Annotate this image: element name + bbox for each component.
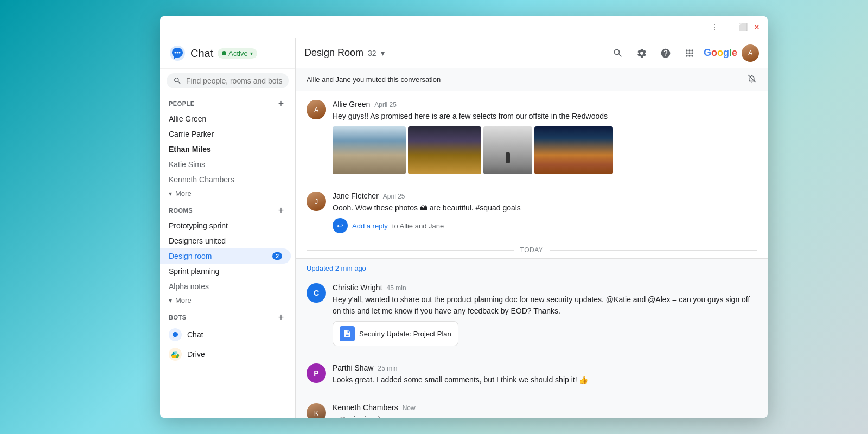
- message-time: 45 min: [387, 284, 406, 292]
- close-button[interactable]: ✕: [752, 23, 761, 31]
- reply-thread: ↩ Add a reply to Allie and Jane: [333, 218, 757, 233]
- sidebar-item-prototyping-sprint[interactable]: Prototyping sprint: [160, 218, 291, 233]
- app-body: Chat Active ▾ PEOPLE + Allie Gr: [160, 38, 768, 418]
- bot-name: Drive: [187, 350, 205, 359]
- add-bot-button[interactable]: +: [276, 312, 286, 323]
- message-author: Allie Green: [333, 100, 370, 108]
- message-content: Parthi Shaw 25 min Looks great. I added …: [333, 363, 757, 386]
- message-time: April 25: [374, 101, 397, 108]
- sidebar-item-kenneth-chambers[interactable]: Kenneth Chambers: [160, 172, 291, 187]
- message-author: Jane Fletcher: [333, 192, 379, 200]
- message-content: Jane Fletcher April 25 Oooh. Wow these p…: [333, 192, 757, 233]
- message-text: Hey guys!! As promised here is are a few…: [333, 111, 757, 122]
- main-content: Design Room 32 ▾: [296, 38, 768, 418]
- sidebar-item-drive-bot[interactable]: Drive: [160, 344, 295, 364]
- member-count: 32: [368, 49, 376, 58]
- muted-message: you muted this conversation: [353, 75, 441, 84]
- room-name: Design Room: [304, 47, 363, 59]
- search-icon: [173, 76, 182, 85]
- reply-link[interactable]: Add a reply: [352, 222, 388, 230]
- sidebar-item-design-room[interactable]: Design room 2: [160, 248, 291, 264]
- more-label: More: [175, 189, 192, 197]
- sidebar: Chat Active ▾ PEOPLE + Allie Gr: [160, 38, 296, 418]
- photo-thumbnail[interactable]: [534, 126, 613, 174]
- bots-section-header: BOTS +: [160, 307, 295, 325]
- avatar: J: [307, 192, 326, 211]
- apps-button[interactable]: [680, 43, 699, 63]
- add-person-button[interactable]: +: [276, 98, 286, 109]
- drive-bot-icon: [169, 348, 182, 361]
- photo-grid: [333, 126, 757, 174]
- file-attachment[interactable]: Secuirty Update: Project Plan: [333, 321, 458, 346]
- sidebar-item-designers-united[interactable]: Designers united: [160, 233, 291, 248]
- sidebar-item-sprint-planning[interactable]: Sprint planning: [160, 264, 291, 279]
- chevron-down-icon: ▾: [169, 190, 172, 197]
- messages-area: Allie and Jane you muted this conversati…: [296, 68, 768, 418]
- rooms-more-button[interactable]: ▾ More: [160, 294, 295, 307]
- sidebar-item-chat-bot[interactable]: Chat: [160, 325, 295, 344]
- person-name: Kenneth Chambers: [169, 175, 234, 184]
- message-time: Now: [403, 404, 416, 412]
- avatar: K: [307, 403, 326, 418]
- sidebar-item-allie-green[interactable]: Allie Green: [160, 111, 291, 126]
- people-more-button[interactable]: ▾ More: [160, 187, 295, 200]
- minimize-button[interactable]: —: [724, 23, 733, 31]
- photo-thumbnail[interactable]: [408, 126, 481, 174]
- active-label: Active: [228, 49, 247, 58]
- reply-icon[interactable]: ↩: [333, 218, 348, 233]
- muted-banner: Allie and Jane you muted this conversati…: [296, 68, 768, 91]
- person-name: Katie Sims: [169, 160, 205, 169]
- add-room-button[interactable]: +: [276, 205, 286, 216]
- divider-line: [307, 250, 514, 251]
- top-bar: Design Room 32 ▾: [296, 38, 768, 68]
- sidebar-title: Chat: [190, 47, 213, 60]
- maximize-button[interactable]: ⬜: [738, 23, 747, 31]
- updated-section: Updated 2 min ago C Christie Wright 45 m…: [296, 258, 768, 418]
- avatar: P: [307, 363, 326, 383]
- active-dot-icon: [222, 51, 226, 55]
- room-dropdown-icon[interactable]: ▾: [381, 49, 385, 58]
- message-group: K Kenneth Chambers Now •• Reviewing it n…: [296, 394, 768, 418]
- message-time: April 25: [383, 193, 405, 200]
- room-name: Sprint planning: [169, 267, 219, 276]
- more-vert-icon[interactable]: ⋮: [710, 23, 719, 31]
- google-logo: G o o g l e: [704, 47, 737, 59]
- message-header: Kenneth Chambers Now: [333, 403, 757, 412]
- divider-text: TODAY: [520, 246, 544, 254]
- message-content: Allie Green April 25 Hey guys!! As promi…: [333, 100, 757, 174]
- message-header: Parthi Shaw 25 min: [333, 363, 757, 372]
- settings-button[interactable]: [632, 43, 652, 63]
- help-button[interactable]: [656, 43, 675, 63]
- message-header: Christie Wright 45 min: [333, 283, 757, 292]
- message-author: Kenneth Chambers: [333, 403, 398, 412]
- message-text: Hey y'all, wanted to share out the produ…: [333, 294, 757, 317]
- room-name: Prototyping sprint: [169, 221, 228, 230]
- sidebar-item-ethan-miles[interactable]: Ethan Miles: [160, 142, 291, 157]
- active-status[interactable]: Active ▾: [218, 48, 257, 59]
- muted-names: Allie and Jane: [307, 75, 351, 84]
- message-content: Kenneth Chambers Now •• Reviewing it now…: [333, 403, 757, 418]
- search-bar[interactable]: [167, 73, 289, 88]
- room-title: Design Room 32 ▾: [304, 47, 385, 59]
- room-name: Designers united: [169, 237, 226, 245]
- mute-bell-icon[interactable]: [747, 74, 757, 85]
- message-content: Christie Wright 45 min Hey y'all, wanted…: [333, 283, 757, 346]
- message-group: C Christie Wright 45 min Hey y'all, want…: [296, 275, 768, 355]
- sidebar-item-katie-sims[interactable]: Katie Sims: [160, 157, 291, 172]
- message-group: J Jane Fletcher April 25 Oooh. Wow these…: [296, 183, 768, 242]
- photo-thumbnail[interactable]: [483, 126, 532, 174]
- search-input[interactable]: [186, 76, 282, 85]
- sidebar-header: Chat Active ▾: [160, 38, 295, 69]
- divider-line: [550, 250, 757, 251]
- photo-thumbnail[interactable]: [333, 126, 406, 174]
- person-name: Allie Green: [169, 114, 206, 123]
- search-button[interactable]: [608, 43, 628, 63]
- sidebar-item-alpha-notes[interactable]: Alpha notes: [160, 279, 291, 294]
- room-name: Design room: [169, 252, 212, 260]
- top-bar-actions: G o o g l e A: [608, 43, 759, 63]
- svg-point-3: [179, 52, 181, 54]
- message-text: Oooh. Wow these photos 🏔 are beautiful. …: [333, 202, 757, 214]
- avatar: A: [307, 100, 326, 119]
- user-avatar[interactable]: A: [742, 44, 759, 62]
- sidebar-item-carrie-parker[interactable]: Carrie Parker: [160, 126, 291, 142]
